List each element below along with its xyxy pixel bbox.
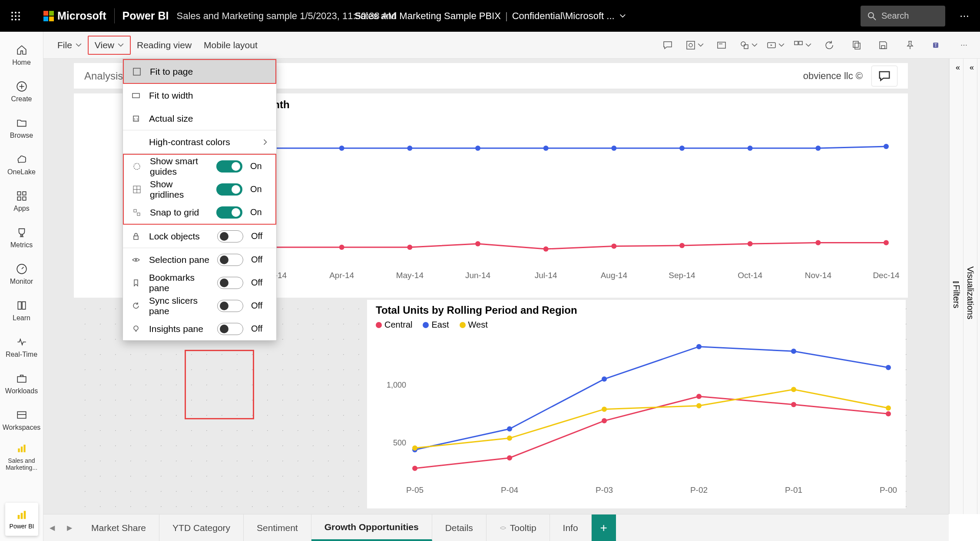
search-input[interactable]: Search	[861, 6, 945, 27]
svg-point-60	[748, 241, 753, 246]
toggle[interactable]	[217, 323, 243, 335]
chart-total-units[interactable]: Total Units by Rolling Period and Region…	[367, 300, 906, 508]
folder-icon	[16, 117, 28, 129]
toggle[interactable]	[217, 230, 243, 242]
add-page-button[interactable]: +	[592, 514, 616, 541]
tab-ytd-category[interactable]: YTD Category	[159, 514, 244, 541]
svg-rect-99	[133, 68, 140, 75]
toggle[interactable]	[217, 277, 243, 289]
left-nav: Home Create Browse OneLake Apps Metrics …	[0, 32, 43, 541]
nav-browse[interactable]: Browse	[0, 110, 43, 146]
svg-text:P-02: P-02	[690, 485, 708, 495]
view-snap-grid[interactable]: Snap to gridOn	[124, 201, 275, 224]
fit-page-icon	[132, 66, 142, 77]
toggle[interactable]	[216, 160, 242, 173]
tab-prev[interactable]: ◀	[43, 514, 61, 541]
refresh-icon[interactable]	[821, 37, 838, 53]
view-bookmarks-pane[interactable]: Bookmarks paneOff	[123, 271, 276, 294]
view-selection-pane[interactable]: Selection paneOff	[123, 248, 276, 271]
comment-icon[interactable]	[659, 37, 676, 53]
nav-label: Browse	[10, 132, 33, 139]
more-options-icon[interactable]: ⋯	[954, 6, 975, 27]
teams-icon[interactable]: T	[929, 37, 945, 53]
view-lock-objects[interactable]: Lock objectsOff	[123, 225, 276, 248]
visualizations-pane[interactable]: «Visualizations	[963, 59, 977, 514]
view-sync-slicers[interactable]: Sync slicers paneOff	[123, 294, 276, 317]
explore-icon[interactable]	[686, 37, 703, 53]
expand-icon: «	[956, 63, 960, 72]
tab-sentiment[interactable]: Sentiment	[244, 514, 311, 541]
nav-metrics[interactable]: Metrics	[0, 219, 43, 256]
pin-icon[interactable]	[902, 37, 918, 53]
shapes-icon[interactable]	[740, 37, 757, 53]
search-icon	[867, 12, 876, 20]
microsoft-logo: Microsoft	[43, 10, 106, 22]
actual-size-icon: 1:1	[131, 113, 141, 124]
toggle[interactable]	[217, 254, 243, 266]
nav-apps[interactable]: Apps	[0, 183, 43, 219]
copy-icon[interactable]	[848, 37, 864, 53]
toggle[interactable]	[217, 300, 243, 312]
nav-onelake[interactable]: OneLake	[0, 146, 43, 183]
svg-rect-24	[20, 447, 22, 452]
nav-realtime[interactable]: Real-Time	[0, 329, 43, 365]
svg-point-62	[884, 240, 889, 246]
view-smart-guides[interactable]: Show smart guidesOn	[124, 155, 275, 178]
view-fit-page[interactable]: Fit to page	[124, 60, 275, 83]
buttons-icon[interactable]	[767, 37, 784, 53]
visual-icon[interactable]	[794, 37, 811, 53]
view-insights-pane[interactable]: Insights paneOff	[123, 317, 276, 340]
svg-rect-108	[137, 213, 140, 216]
toggle[interactable]	[216, 183, 242, 196]
nav-create[interactable]: Create	[0, 73, 43, 110]
mobile-layout-button[interactable]: Mobile layout	[198, 37, 264, 54]
view-high-contrast[interactable]: High-contrast colors	[123, 130, 276, 153]
nav-workloads[interactable]: Workloads	[0, 365, 43, 402]
view-fit-width[interactable]: Fit to width	[123, 84, 276, 107]
view-menu[interactable]: View	[88, 36, 131, 55]
app-launcher-icon[interactable]	[5, 6, 26, 27]
svg-point-89	[602, 407, 607, 412]
chevron-down-icon	[698, 42, 704, 48]
toggle-state: Off	[251, 231, 268, 241]
svg-rect-31	[718, 42, 725, 48]
power-bi-badge[interactable]: Power BI	[5, 503, 38, 536]
view-gridlines[interactable]: Show gridlinesOn	[124, 178, 275, 201]
svg-point-0	[11, 12, 13, 13]
home-icon	[16, 44, 28, 56]
data-pane[interactable]: «Data	[977, 59, 980, 514]
svg-line-10	[873, 17, 876, 20]
svg-rect-14	[17, 192, 21, 195]
tab-growth-opportunities[interactable]: Growth Opportunities	[311, 514, 432, 541]
save-icon[interactable]	[875, 37, 891, 53]
tab-next[interactable]: ▶	[61, 514, 78, 541]
menu-label: Selection pane	[149, 255, 209, 265]
svg-point-77	[602, 418, 607, 423]
svg-point-2	[18, 12, 20, 13]
page-comment-button[interactable]	[871, 66, 897, 86]
svg-text:Nov-14: Nov-14	[805, 271, 832, 280]
nav-workspaces[interactable]: Workspaces	[0, 402, 43, 438]
textbox-icon[interactable]	[713, 37, 730, 53]
view-actual-size[interactable]: 1:1Actual size	[123, 107, 276, 130]
filters-pane[interactable]: «⫿Filters	[949, 59, 963, 514]
more-icon[interactable]: ⋯	[956, 37, 972, 53]
reading-view-button[interactable]: Reading view	[131, 37, 198, 54]
nav-monitor[interactable]: Monitor	[0, 256, 43, 292]
nav-learn[interactable]: Learn	[0, 292, 43, 329]
tab-info[interactable]: Info	[550, 514, 592, 541]
toggle[interactable]	[216, 206, 242, 219]
file-menu[interactable]: File	[51, 37, 88, 54]
breadcrumb[interactable]: Sales and Marketing Sample PBIX | Confid…	[354, 10, 626, 22]
tab-tooltip[interactable]: Tooltip	[487, 514, 550, 541]
app-name[interactable]: Power BI	[122, 10, 169, 22]
svg-point-90	[696, 403, 702, 408]
nav-sales-marketing[interactable]: Sales and Marketing...	[0, 438, 43, 475]
nav-home[interactable]: Home	[0, 37, 43, 73]
tab-market-share[interactable]: Market Share	[78, 514, 159, 541]
svg-point-44	[339, 146, 344, 151]
chevron-down-icon	[76, 42, 82, 48]
tab-details[interactable]: Details	[432, 514, 487, 541]
svg-point-87	[412, 445, 417, 451]
svg-text:P-01: P-01	[785, 485, 802, 495]
